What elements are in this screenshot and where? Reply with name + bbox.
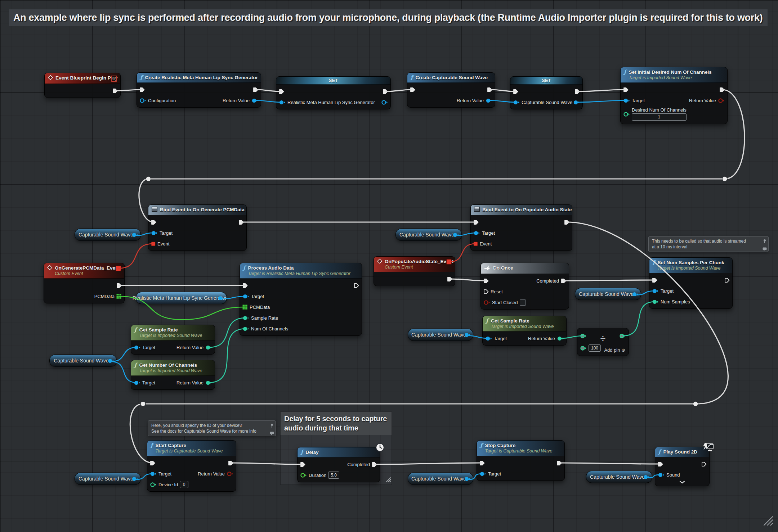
reroute-node-dot[interactable] [140, 401, 146, 406]
node-bind_pcm[interactable]: Bind Event to On Generate PCMDataTargetE… [148, 204, 247, 251]
pin-set_num_samples-exec_out[interactable] [724, 275, 730, 285]
pin-process_audio-exec_in[interactable] [242, 280, 248, 291]
node-start_capture[interactable]: ƒStart CaptureTarget is Capturable Sound… [147, 440, 236, 492]
pin-bind_pop-target[interactable]: Target [473, 227, 495, 238]
pin-bind_pcm-event[interactable]: Event [151, 238, 169, 249]
variable-pill-cswplay[interactable]: Capturable Sound Wave [586, 471, 652, 483]
node-bind_pop[interactable]: Bind Event to On Populate Audio StateTar… [470, 204, 572, 251]
node-gsr2[interactable]: ƒGet Sample RateTarget is Imported Sound… [482, 316, 567, 346]
pin-divide-in2[interactable]: 100 [580, 343, 601, 353]
value-box-start_capture-deviceid[interactable]: 0 [180, 481, 188, 488]
variable-pill-csw4[interactable]: Capturable Sound Wave [408, 329, 473, 341]
pin-set_capturable-exec_in[interactable] [513, 86, 518, 97]
pin-create_capturable-return[interactable]: Return Value [457, 95, 492, 106]
node-begin_play[interactable]: Event Blueprint Begin Play [44, 73, 121, 98]
pin-create_capturable-exec_out[interactable] [487, 84, 492, 95]
node-set_initial[interactable]: ƒSet Initial Desired Num Of ChannelsTarg… [620, 67, 728, 124]
pin-gnoc-return[interactable]: Return Value [176, 377, 212, 388]
node-create_realistic[interactable]: ƒCreate Realistic Meta Human Lip Sync Ge… [137, 72, 261, 108]
obj-pin-icon[interactable] [131, 232, 138, 239]
pin-set_capturable-var_out[interactable] [573, 97, 580, 108]
pin-process_audio-pcmdata[interactable]: PCMData [242, 302, 270, 312]
pin-set_initial-exec_out[interactable] [719, 84, 725, 95]
pin-set_lipsync-var_in[interactable]: Realistic Meta Human Lip Sync Generator [279, 97, 375, 108]
delegate-pin-on_generate[interactable] [116, 266, 121, 271]
obj-pin-icon[interactable] [464, 332, 471, 339]
obj-pin-icon[interactable] [632, 292, 639, 298]
variable-pill-cswstop[interactable]: Capturable Sound Wave [408, 473, 473, 485]
pin-create_realistic-exec_in[interactable] [139, 84, 145, 95]
node-set_lipsync[interactable]: SETRealistic Meta Human Lip Sync Generat… [276, 76, 391, 109]
variable-pill-realistic[interactable]: Realistic Meta Human Lip Sync Generator [136, 292, 227, 304]
pin-set_lipsync-exec_out[interactable] [383, 86, 388, 97]
pin-set_num_samples-exec_in[interactable] [652, 275, 657, 285]
canvas-resize-grip[interactable] [762, 515, 773, 527]
pin-gsr2-return[interactable]: Return Value [528, 333, 564, 344]
pin-play_sound-sound[interactable]: Sound [658, 469, 680, 480]
pin-play_sound-exec_out[interactable] [701, 459, 707, 469]
pin-gsr2-target[interactable]: Target [485, 333, 507, 344]
pin-bind_pcm-exec_in[interactable] [151, 217, 156, 227]
pin-set_initial-desired[interactable]: Desired Num Of Channels1 [623, 106, 687, 122]
pin-begin_play-exec_out[interactable] [112, 85, 118, 96]
pin-set_num_samples-target[interactable]: Target [652, 285, 674, 296]
pin-set_initial-target[interactable]: Target [623, 95, 645, 106]
variable-pill-csw1[interactable]: Capturable Sound Wave [75, 229, 141, 241]
pin-set_lipsync-var_out[interactable] [381, 97, 388, 108]
pin-create_realistic-exec_out[interactable] [253, 84, 258, 95]
pin-stop_capture-target[interactable]: Target [479, 468, 501, 479]
comment-resize-grip[interactable] [385, 477, 391, 484]
pin-bind_pop-exec_in[interactable] [473, 217, 479, 227]
pin-create_capturable-exec_in[interactable] [410, 84, 415, 95]
pin-process_audio-samplerate[interactable]: Sample Rate [242, 312, 278, 323]
pin-divide-out[interactable] [619, 330, 626, 341]
node-do_once[interactable]: 1Do OnceCompletedResetStart Closed [480, 263, 569, 310]
obj-pin-icon[interactable] [452, 232, 459, 239]
node-gnoc[interactable]: ƒGet Number Of ChannelsTarget is Importe… [131, 360, 215, 390]
pin-set_num_samples-numsamples[interactable]: Num Samples [652, 296, 690, 307]
pin-do_once-reset[interactable]: Reset [483, 286, 503, 297]
obj-pin-icon[interactable] [643, 474, 650, 481]
pin-set_lipsync-exec_in[interactable] [279, 86, 284, 97]
obj-pin-icon[interactable] [107, 358, 114, 365]
node-set_num_samples[interactable]: ƒSet Num Samples Per ChunkTarget is Impo… [649, 257, 733, 309]
pin-delay-exec_in[interactable] [300, 459, 305, 470]
pin-on_generate-pcmdata[interactable]: PCMData [94, 291, 122, 302]
comment-bubble-audio-stream-note[interactable]: This needs to be called so that audio is… [648, 236, 769, 252]
pin-delay-duration[interactable]: Duration5.0 [300, 470, 339, 481]
blueprint-graph-canvas[interactable]: An example where lip sync is performed a… [0, 0, 778, 532]
graph-banner-comment[interactable]: An example where lip sync is performed a… [9, 9, 768, 26]
expand-advanced-chevron-icon[interactable] [679, 479, 685, 485]
pin-set_initial-return[interactable]: Return Value [689, 95, 725, 106]
pin-gnoc-target[interactable]: Target [134, 377, 155, 388]
delegate-pin-begin_play[interactable] [111, 76, 117, 82]
pin-start_capture-deviceid[interactable]: Device Id0 [150, 479, 188, 490]
pin-stop_capture-exec_in[interactable] [479, 457, 485, 468]
pin-do_once-startclosed[interactable]: Start Closed [483, 297, 526, 308]
pin-process_audio-target[interactable]: Target [242, 291, 264, 302]
wire-exec-doonce-sns[interactable] [564, 280, 655, 281]
reroute-node-dot[interactable] [146, 176, 151, 181]
variable-pill-csw3[interactable]: Capturable Sound Wave [575, 288, 641, 300]
variable-pill-cswgsr[interactable]: Capturable Sound Wave [49, 355, 117, 367]
node-set_capturable[interactable]: SETCapturable Sound Wave [510, 76, 583, 109]
node-process_audio[interactable]: ƒProcess Audio DataTarget is Realistic M… [240, 263, 362, 336]
pin-delay-completed[interactable]: Completed [347, 459, 377, 470]
speech-bubble-icon[interactable] [270, 430, 274, 437]
node-divide[interactable]: ÷ Add pin ⊕100 [577, 328, 629, 356]
node-delay[interactable]: ƒDelayCompletedDuration5.0 [297, 447, 380, 482]
node-stop_capture[interactable]: ƒStop CaptureTarget is Capturable Sound … [477, 440, 565, 481]
obj-pin-icon[interactable] [218, 296, 224, 302]
pin-start_capture-target[interactable]: Target [150, 468, 171, 479]
variable-pill-csw2[interactable]: Capturable Sound Wave [395, 229, 462, 241]
wire-exec-stop-play[interactable] [559, 463, 661, 464]
pin-set_capturable-var_in[interactable]: Capturable Sound Wave [513, 97, 572, 108]
pin-create_realistic-configuration[interactable]: Configuration [139, 95, 176, 106]
pin-comment-icon[interactable] [763, 238, 767, 245]
pin-bind_pcm-target[interactable]: Target [151, 227, 173, 238]
pin-comment-icon[interactable] [270, 423, 274, 429]
pin-process_audio-exec_out[interactable] [354, 280, 359, 291]
reroute-node-dot[interactable] [693, 401, 698, 406]
pin-process_audio-numchannels[interactable]: Num Of Channels [242, 323, 288, 334]
pin-stop_capture-exec_out[interactable] [556, 457, 562, 468]
